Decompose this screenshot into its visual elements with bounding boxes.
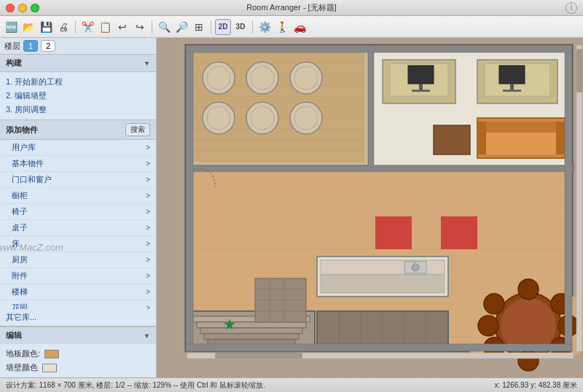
- wall-color-item[interactable]: 墙壁颜色: [6, 361, 150, 375]
- floor-tabs: 楼层 1 2: [0, 38, 156, 55]
- svg-point-50: [290, 102, 322, 134]
- undo-button[interactable]: ↩: [114, 19, 130, 35]
- svg-point-42: [246, 62, 278, 94]
- search-button[interactable]: 搜索: [125, 123, 150, 136]
- construction-arrow: ▼: [144, 60, 150, 67]
- item-label: 门口和窗户: [12, 174, 52, 185]
- construction-item-3[interactable]: 3. 房间调整: [6, 103, 150, 117]
- item-arrow: >: [146, 288, 150, 296]
- svg-rect-116: [368, 47, 374, 167]
- left-panel: 楼层 1 2 构建 ▼ 1. 开始新的工程 2. 编辑墙壁 3. 房间调整 添加…: [0, 38, 157, 377]
- edit-arrow: ▼: [144, 332, 150, 340]
- save-button[interactable]: 💾: [38, 19, 54, 35]
- item-kitchen[interactable]: 厨房 >: [0, 252, 156, 268]
- add-items-header: 添加物件 搜索: [0, 120, 156, 140]
- window-controls: [6, 4, 39, 12]
- maximize-button[interactable]: [31, 4, 39, 12]
- item-user-lib[interactable]: 用户库 >: [0, 140, 156, 156]
- svg-rect-120: [215, 353, 302, 358]
- floor-label: 楼层: [4, 41, 20, 52]
- floor-tab-2[interactable]: 2: [41, 40, 55, 52]
- svg-rect-81: [200, 328, 302, 334]
- construction-item-1[interactable]: 1. 开始新的工程: [6, 75, 150, 89]
- item-arrow: >: [146, 224, 150, 232]
- item-cabinets[interactable]: 橱柜 >: [0, 188, 156, 204]
- cut-button[interactable]: ✂️: [79, 19, 95, 35]
- svg-rect-115: [186, 344, 572, 351]
- zoom-out-button[interactable]: 🔎: [173, 19, 189, 35]
- separator-3: [211, 20, 211, 34]
- minimize-button[interactable]: [18, 4, 27, 12]
- separator-1: [75, 20, 76, 34]
- construction-item-2[interactable]: 2. 编辑墙壁: [6, 89, 150, 103]
- edit-items: 地板颜色: 墙壁颜色: [0, 344, 156, 377]
- item-basic[interactable]: 基本物件 >: [0, 156, 156, 172]
- svg-rect-76: [375, 216, 412, 249]
- item-stairs[interactable]: 楼梯 >: [0, 284, 156, 300]
- svg-rect-69: [187, 165, 574, 171]
- separator-2: [152, 20, 152, 34]
- floor-plan-svg: ★: [157, 38, 583, 377]
- item-label: 花园: [12, 302, 28, 309]
- item-label: 厨房: [12, 254, 28, 265]
- svg-rect-68: [434, 125, 470, 154]
- construction-header[interactable]: 构建 ▼: [0, 55, 156, 72]
- svg-rect-61: [510, 84, 514, 90]
- item-chairs[interactable]: 椅子 >: [0, 204, 156, 220]
- close-button[interactable]: [6, 4, 15, 12]
- svg-rect-112: [186, 45, 193, 351]
- svg-rect-74: [414, 262, 416, 266]
- item-label: 附件: [12, 270, 28, 281]
- person-button[interactable]: 🚶: [274, 19, 290, 35]
- item-label: 楼梯: [12, 286, 28, 297]
- svg-rect-66: [477, 122, 486, 154]
- toolbar: 🆕 📂 💾 🖨 ✂️ 📋 ↩ ↪ 🔍 🔎 ⊞ 2D 3D ⚙️ 🚶 🚗: [0, 16, 583, 38]
- edit-header[interactable]: 编辑 ▼: [0, 327, 156, 344]
- floor-color-item[interactable]: 地板颜色:: [6, 347, 150, 361]
- item-label: 用户库: [12, 142, 36, 153]
- watermark-text: www.MacZ.com: [0, 242, 63, 253]
- svg-point-104: [478, 315, 498, 336]
- svg-rect-118: [576, 49, 582, 93]
- zoom-fit-button[interactable]: ⊞: [191, 19, 207, 35]
- canvas-area[interactable]: ★: [157, 38, 583, 377]
- item-arrow: >: [146, 192, 150, 200]
- copy-button[interactable]: 📋: [97, 19, 113, 35]
- edit-section: 编辑 ▼ 地板颜色: 墙壁颜色: [0, 326, 156, 377]
- window-title: Room Arranger - [无标题]: [246, 2, 336, 13]
- svg-point-44: [290, 62, 322, 94]
- item-arrow: >: [146, 272, 150, 280]
- svg-rect-64: [481, 122, 561, 133]
- redo-button[interactable]: ↪: [132, 19, 148, 35]
- svg-rect-65: [481, 133, 561, 154]
- new-button[interactable]: 🆕: [3, 19, 19, 35]
- info-icon[interactable]: i: [566, 2, 577, 14]
- floor-color-swatch[interactable]: [44, 350, 59, 358]
- other-lib-button[interactable]: 其它库...: [0, 309, 156, 326]
- item-garden[interactable]: 花园 >: [0, 300, 156, 309]
- construction-title: 构建: [6, 58, 22, 68]
- svg-rect-62: [503, 90, 521, 92]
- svg-rect-57: [412, 90, 430, 92]
- status-right: x: 1266.93 y: 482.38 厘米: [495, 380, 577, 391]
- item-doors[interactable]: 门口和窗户 >: [0, 172, 156, 188]
- wall-color-swatch[interactable]: [42, 364, 57, 372]
- car-button[interactable]: 🚗: [292, 19, 308, 35]
- title-bar: Room Arranger - [无标题] i: [0, 0, 583, 16]
- svg-rect-77: [441, 216, 477, 249]
- item-beds[interactable]: 床 > www.MacZ.com: [0, 236, 156, 252]
- view-3d-button[interactable]: 3D: [232, 19, 249, 35]
- add-items-label: 添加物件: [6, 125, 38, 136]
- view-2d-button[interactable]: 2D: [215, 19, 231, 35]
- item-accessories[interactable]: 附件 >: [0, 268, 156, 284]
- item-label: 椅子: [12, 206, 28, 217]
- zoom-in-button[interactable]: 🔍: [156, 19, 172, 35]
- open-button[interactable]: 📂: [20, 19, 36, 35]
- status-left: 设计方案: 1168 × 700 厘米, 楼层: 1/2 -- 缩放: 129%…: [6, 380, 265, 391]
- settings-button[interactable]: ⚙️: [257, 19, 273, 35]
- print-button[interactable]: 🖨: [55, 19, 71, 35]
- item-tables[interactable]: 桌子 >: [0, 220, 156, 236]
- svg-point-98: [518, 279, 539, 299]
- floor-tab-1[interactable]: 1: [23, 40, 38, 52]
- item-label: 桌子: [12, 222, 28, 233]
